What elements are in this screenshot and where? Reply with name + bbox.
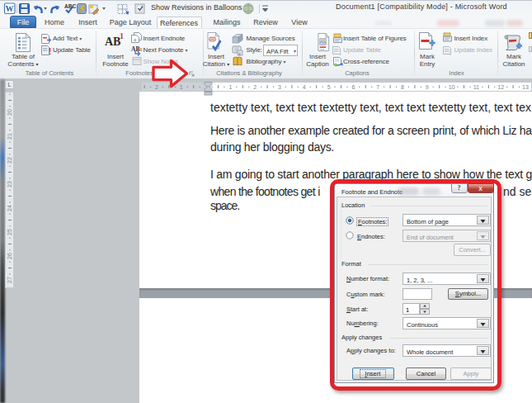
svg-text:24: 24 — [7, 205, 12, 211]
svg-text:3: 3 — [278, 84, 281, 90]
svg-text:a: a — [238, 50, 241, 55]
svg-text:23: 23 — [7, 181, 12, 187]
svg-text:9: 9 — [426, 84, 429, 90]
svg-text:10: 10 — [449, 84, 455, 90]
svg-text:25: 25 — [7, 229, 12, 235]
svg-text:7: 7 — [376, 84, 379, 90]
svg-text:21: 21 — [7, 133, 12, 140]
svg-text:!: ! — [49, 47, 51, 55]
svg-text:4: 4 — [303, 84, 306, 90]
svg-text:2: 2 — [253, 84, 257, 90]
svg-text:!: ! — [339, 49, 341, 56]
svg-text:11: 11 — [473, 84, 479, 90]
svg-text:22: 22 — [7, 157, 12, 164]
svg-text:5: 5 — [327, 84, 331, 90]
svg-text:26: 26 — [7, 253, 12, 259]
svg-text:12: 12 — [497, 84, 504, 90]
svg-text:27: 27 — [7, 277, 12, 283]
svg-text:8: 8 — [401, 84, 404, 90]
svg-text:1: 1 — [228, 84, 232, 90]
svg-text:W: W — [6, 4, 14, 13]
svg-text:13: 13 — [522, 84, 529, 90]
svg-text:20: 20 — [7, 109, 12, 116]
svg-text:6: 6 — [351, 84, 355, 90]
svg-text:ABC: ABC — [64, 3, 76, 9]
svg-text:!: ! — [450, 48, 452, 55]
